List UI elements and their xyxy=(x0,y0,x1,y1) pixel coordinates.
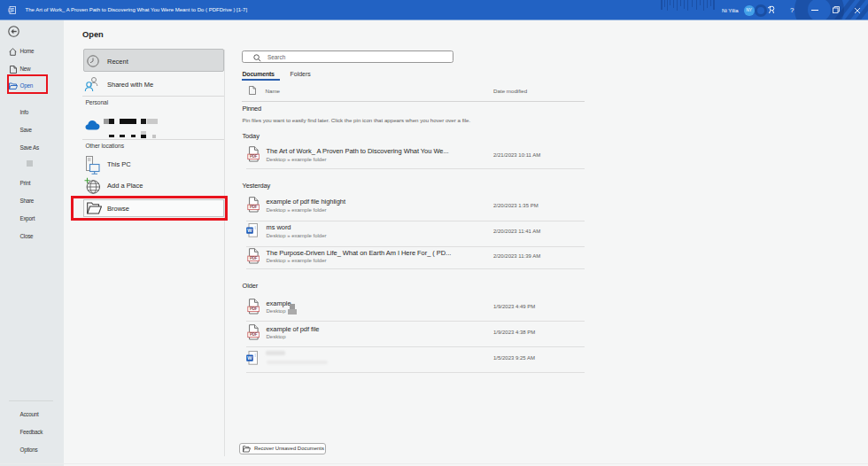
svg-text:W: W xyxy=(247,355,252,361)
svg-text:W: W xyxy=(247,228,252,233)
svg-text:PDF: PDF xyxy=(249,154,257,159)
svg-text:W: W xyxy=(9,9,12,12)
svg-text:PDF: PDF xyxy=(249,307,257,311)
svg-text:PDF: PDF xyxy=(249,256,257,260)
svg-text:PDF: PDF xyxy=(249,205,257,209)
svg-text:PDF: PDF xyxy=(249,332,257,337)
